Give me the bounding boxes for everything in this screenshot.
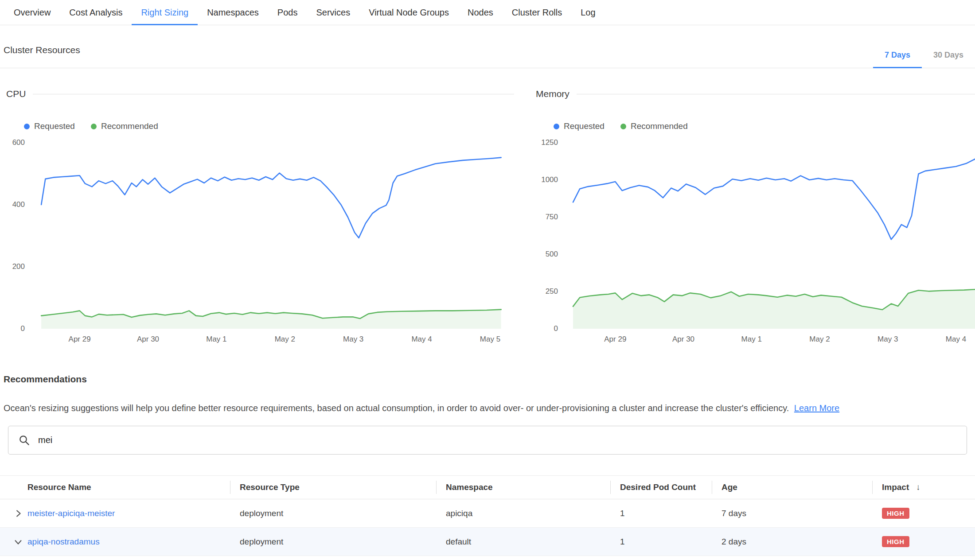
- recommendations-title: Recommendations: [4, 374, 975, 385]
- requested-dot-icon: [24, 124, 30, 129]
- range-tab-7-days[interactable]: 7 Days: [873, 51, 922, 68]
- legend-item-requested[interactable]: Requested: [554, 121, 604, 131]
- x-axis-tick: May 2: [275, 335, 295, 344]
- tab-virtual-node-groups[interactable]: Virtual Node Groups: [359, 0, 458, 25]
- namespace-cell: apiciqa: [436, 509, 610, 518]
- cluster-resources-title: Cluster Resources: [4, 45, 80, 68]
- recommendations-section: Recommendations Ocean's resizing suggest…: [0, 374, 975, 413]
- legend-item-recommended[interactable]: Recommended: [91, 121, 158, 131]
- y-axis-tick: 1250: [541, 138, 558, 147]
- y-axis-tick: 0: [554, 324, 558, 333]
- top-nav-tabbar: Overview Cost Analysis Right Sizing Name…: [0, 0, 975, 25]
- table-row[interactable]: meister-apiciqa-meister deployment apici…: [0, 499, 975, 528]
- header-resource-name[interactable]: Resource Name: [27, 482, 230, 492]
- tab-nodes[interactable]: Nodes: [458, 0, 503, 25]
- search-input[interactable]: [38, 435, 967, 445]
- legend-label: Requested: [564, 121, 604, 131]
- search-box[interactable]: [8, 426, 967, 455]
- tab-right-sizing[interactable]: Right Sizing: [132, 0, 198, 25]
- age-cell: 2 days: [712, 537, 872, 547]
- x-axis-tick: May 4: [946, 335, 966, 344]
- memory-chart-card: Memory Requested Recommended 12501000750…: [536, 89, 975, 346]
- cpu-x-axis: Apr 29Apr 30May 1May 2May 3May 4May 5: [31, 332, 514, 346]
- chevron-down-icon: [13, 537, 23, 547]
- y-axis-tick: 400: [12, 200, 25, 209]
- range-tab-30-days[interactable]: 30 Days: [922, 51, 975, 68]
- impact-badge: HIGH: [882, 508, 909, 519]
- cpu-line-chart[interactable]: [31, 143, 514, 329]
- row-expand-toggle[interactable]: [0, 509, 27, 518]
- cpu-chart-legend: Requested Recommended: [24, 121, 514, 131]
- chevron-right-icon: [13, 509, 23, 518]
- learn-more-link[interactable]: Learn More: [794, 403, 839, 413]
- sort-desc-icon[interactable]: ↓: [916, 482, 920, 492]
- tab-pods[interactable]: Pods: [268, 0, 307, 25]
- x-axis-tick: Apr 30: [672, 335, 694, 344]
- legend-label: Recommended: [101, 121, 158, 131]
- table-row[interactable]: apiqa-nostradamus deployment default 1 2…: [0, 528, 975, 556]
- cpu-chart-card: CPU Requested Recommended 6004002000 Apr…: [6, 89, 514, 346]
- search-icon: [18, 434, 30, 446]
- y-axis-tick: 250: [546, 287, 558, 296]
- x-axis-tick: May 3: [343, 335, 363, 344]
- resource-type-cell: deployment: [230, 537, 436, 547]
- desired-pod-count-cell: 1: [610, 509, 712, 518]
- y-axis-tick: 500: [546, 250, 558, 259]
- tab-cost-analysis[interactable]: Cost Analysis: [60, 0, 132, 25]
- tab-services[interactable]: Services: [307, 0, 359, 25]
- memory-line-chart[interactable]: [564, 143, 975, 329]
- header-age[interactable]: Age: [712, 482, 872, 492]
- header-resource-type[interactable]: Resource Type: [230, 482, 436, 492]
- x-axis-tick: Apr 29: [69, 335, 91, 344]
- resource-name-link[interactable]: apiqa-nostradamus: [27, 537, 100, 546]
- requested-dot-icon: [554, 124, 559, 129]
- memory-y-axis: 125010007505002500: [536, 143, 564, 329]
- legend-item-requested[interactable]: Requested: [24, 121, 75, 131]
- impact-badge: HIGH: [882, 536, 909, 547]
- resource-type-cell: deployment: [230, 509, 436, 518]
- legend-item-recommended[interactable]: Recommended: [620, 121, 688, 131]
- y-axis-tick: 750: [546, 213, 558, 222]
- tab-log[interactable]: Log: [571, 0, 604, 25]
- x-axis-tick: May 3: [878, 335, 898, 344]
- cpu-y-axis: 6004002000: [6, 143, 31, 329]
- title-divider: [33, 94, 514, 94]
- memory-x-axis: Apr 29Apr 30May 1May 2May 3May 4: [564, 332, 975, 346]
- recommendations-description: Ocean's resizing suggestions will help y…: [4, 403, 975, 413]
- y-axis-tick: 600: [12, 138, 25, 147]
- y-axis-tick: 200: [12, 262, 25, 271]
- desired-pod-count-cell: 1: [610, 537, 712, 547]
- table-header: Resource Name Resource Type Namespace De…: [0, 475, 975, 499]
- legend-label: Recommended: [631, 121, 688, 131]
- x-axis-tick: May 5: [480, 335, 500, 344]
- y-axis-tick: 1000: [541, 175, 558, 184]
- x-axis-tick: Apr 30: [137, 335, 159, 344]
- title-divider: [577, 94, 975, 94]
- header-namespace[interactable]: Namespace: [436, 482, 610, 492]
- header-impact-label: Impact: [882, 482, 909, 492]
- namespace-cell: default: [436, 537, 610, 547]
- charts-section: CPU Requested Recommended 6004002000 Apr…: [0, 89, 975, 346]
- tab-cluster-rolls[interactable]: Cluster Rolls: [503, 0, 571, 25]
- recommended-dot-icon: [91, 124, 97, 129]
- cluster-resources-header: Cluster Resources 7 Days 30 Days: [0, 25, 975, 68]
- tab-namespaces[interactable]: Namespaces: [198, 0, 268, 25]
- x-axis-tick: Apr 29: [604, 335, 626, 344]
- tab-overview[interactable]: Overview: [4, 0, 60, 25]
- memory-chart-legend: Requested Recommended: [554, 121, 975, 131]
- recommended-dot-icon: [620, 124, 626, 129]
- time-range-tabs: 7 Days 30 Days: [873, 51, 975, 68]
- header-desired-pod-count[interactable]: Desired Pod Count: [610, 482, 712, 492]
- y-axis-tick: 0: [21, 324, 25, 333]
- recommendations-description-text: Ocean's resizing suggestions will help y…: [4, 403, 789, 413]
- row-expand-toggle[interactable]: [0, 537, 27, 547]
- resource-name-link[interactable]: meister-apiciqa-meister: [27, 509, 115, 518]
- x-axis-tick: May 2: [809, 335, 830, 344]
- age-cell: 7 days: [712, 509, 872, 518]
- memory-chart-title: Memory: [536, 89, 569, 99]
- cpu-chart-title: CPU: [6, 89, 26, 99]
- recommendations-table: Resource Name Resource Type Namespace De…: [0, 475, 975, 556]
- x-axis-tick: May 1: [206, 335, 226, 344]
- header-impact[interactable]: Impact ↓: [872, 482, 975, 492]
- x-axis-tick: May 1: [741, 335, 762, 344]
